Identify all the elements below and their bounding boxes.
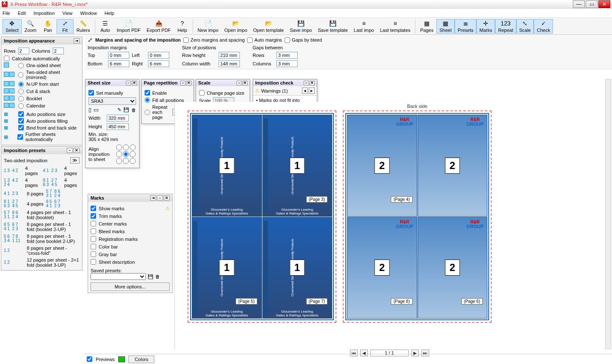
menu-imposition[interactable]: Imposition (34, 11, 55, 16)
menu-help[interactable]: Help (105, 11, 114, 16)
sheet-width-input[interactable] (107, 115, 129, 121)
edit-icon[interactable]: ✎ (117, 107, 121, 113)
mark-3-checkbox[interactable] (91, 229, 96, 234)
preset-item[interactable]: 1 3 4 24 pages4 1 2 34 pages (4, 165, 80, 177)
margin-bottom-input[interactable] (108, 60, 129, 67)
more-options-button[interactable]: More options... (91, 282, 170, 291)
sheet-preset-select[interactable]: SRA3 (88, 97, 136, 105)
back-cell[interactable]: R&RGROUP2(Page 8) (347, 217, 417, 319)
toolbar-check-button[interactable]: ✓Check (534, 19, 553, 34)
vertical-scrollbar[interactable] (605, 79, 611, 349)
sheet-height-input[interactable] (107, 123, 129, 130)
align-bl-radio[interactable] (116, 158, 122, 164)
orientation-portrait-icon[interactable]: ▯ (88, 107, 91, 113)
mode-1-radio[interactable] (18, 72, 23, 78)
back-cell[interactable]: R&RGROUP2 (418, 115, 488, 217)
close-icon[interactable]: ✕ (310, 81, 315, 85)
toolbar-marks-button[interactable]: ✛Marks (476, 19, 495, 34)
front-cell[interactable]: Ornamental Steel Work & Security Product… (262, 217, 333, 319)
mark-6-checkbox[interactable] (91, 251, 96, 257)
nav-prev-button[interactable]: ◂ (302, 87, 308, 94)
margin-right-input[interactable] (148, 60, 169, 67)
front-cell[interactable]: Ornamental Steel Work & Security Product… (192, 217, 262, 319)
toolbar-sheet-button[interactable]: ▦Sheet (436, 19, 455, 34)
back-cell[interactable]: R&RGROUP2(Page 4) (347, 115, 417, 217)
fill-positions-radio[interactable] (145, 97, 150, 103)
toolbar-export-pdf-button[interactable]: 📤Export PDF (144, 19, 174, 34)
zero-margins-checkbox[interactable] (183, 37, 189, 43)
close-icon[interactable]: ✕ (242, 81, 248, 85)
mark-2-checkbox[interactable] (91, 221, 96, 226)
opt-2-checkbox[interactable] (18, 125, 24, 130)
toolbar-presets-button[interactable]: ≣Presets (455, 19, 476, 34)
toolbar-help-button[interactable]: ?Help (174, 19, 191, 34)
delete-icon[interactable]: 🗑 (131, 107, 136, 113)
mode-2-radio[interactable] (18, 82, 24, 87)
minimize-icon[interactable]: – (304, 81, 309, 85)
minimize-icon[interactable]: – (157, 195, 163, 200)
preset-item[interactable]: 1 28 pages per sheet - "cross-fold" (4, 245, 80, 257)
menu-edit[interactable]: Edit (18, 11, 26, 16)
mark-4-checkbox[interactable] (91, 236, 96, 242)
change-page-size-checkbox[interactable] (199, 90, 205, 96)
toolbar-last-impo-button[interactable]: ≡Last impo (351, 19, 377, 34)
rows-input[interactable] (18, 48, 29, 54)
preset-item[interactable]: 8 5 6 7 4 1 2 38 pages per sheet - 1 fol… (4, 221, 80, 233)
opt-0-checkbox[interactable] (18, 111, 24, 117)
row-height-input[interactable] (219, 52, 240, 59)
columns-input[interactable] (53, 48, 64, 54)
toolbar-scale-button[interactable]: ⤡Scale (516, 19, 534, 34)
toolbar-open-impo-button[interactable]: 📂Open impo (222, 19, 250, 34)
save-icon[interactable]: 💾 (123, 107, 129, 113)
toolbar-repeat-button[interactable]: 123Repeat (495, 19, 516, 34)
toolbar-new-impo-button[interactable]: 📄New impo (195, 19, 222, 34)
minimize-icon[interactable]: – (126, 81, 131, 85)
mark-1-checkbox[interactable] (91, 213, 96, 219)
enable-repetition-checkbox[interactable] (145, 90, 150, 96)
toolbar-rulers-button[interactable]: 📏Rulers (74, 19, 93, 34)
maximize-button[interactable]: ▭ (586, 0, 598, 8)
minimize-icon[interactable]: – (236, 81, 242, 85)
set-manually-checkbox[interactable] (88, 90, 94, 96)
mark-7-checkbox[interactable] (91, 259, 96, 265)
mark-5-checkbox[interactable] (91, 244, 96, 249)
align-tr-radio[interactable] (130, 144, 136, 150)
opt-3-checkbox[interactable] (17, 134, 23, 140)
mode-0-radio[interactable] (18, 63, 24, 68)
minimize-icon[interactable]: – (67, 148, 73, 153)
menu-view[interactable]: View (63, 11, 73, 16)
gaps-by-bleed-checkbox[interactable] (285, 37, 290, 43)
menu-file[interactable]: File (3, 11, 10, 16)
gap-rows-input[interactable] (276, 52, 298, 59)
collapse-icon[interactable]: ⇥ (150, 195, 156, 200)
toolbar-zoom-button[interactable]: 🔍Zoom (22, 19, 40, 34)
align-mr-radio[interactable] (130, 151, 136, 157)
align-mc-radio[interactable] (123, 151, 129, 157)
colors-button[interactable]: Colors (128, 356, 155, 363)
opt-1-checkbox[interactable] (18, 118, 24, 124)
front-cell[interactable]: Ornamental Steel Work & Security Product… (192, 115, 262, 217)
toolbar-last-templates-button[interactable]: ≡Last templates (377, 19, 413, 34)
toolbar-save-impo-button[interactable]: 💾Save impo (287, 19, 315, 34)
close-button[interactable]: ✕ (598, 0, 610, 8)
margin-left-input[interactable] (148, 52, 169, 59)
minimize-icon[interactable]: – (180, 81, 185, 85)
close-icon[interactable]: ✕ (74, 148, 80, 153)
toolbar-import-pdf-button[interactable]: 📄Import PDF (114, 19, 144, 34)
gap-columns-input[interactable] (276, 60, 298, 67)
column-width-input[interactable] (219, 60, 240, 67)
toolbar-save-template-button[interactable]: 💾Save template (315, 19, 350, 34)
close-icon[interactable]: ✕ (132, 81, 137, 85)
preset-item[interactable]: 1 212 pages per sheet - 2+1 fold (bookle… (4, 257, 80, 268)
nav-next-button[interactable]: ▸ (309, 87, 315, 94)
save-preset-icon[interactable]: 💾 (148, 274, 154, 279)
menu-window[interactable]: Window (80, 11, 97, 16)
minimize-button[interactable]: — (573, 0, 585, 8)
preset-item[interactable]: 1 3 4 2 2 44 pages8 1 2 7 6 3 4 54 pages (4, 177, 80, 189)
back-cell[interactable]: R&RGROUP2(Page 6) (418, 217, 488, 319)
preset-item[interactable]: 5 6 7 8 3 4 1 118 pages per sheet - 1 fo… (4, 233, 80, 245)
toolbar-pan-button[interactable]: ✋Pan (40, 19, 57, 34)
mode-3-radio[interactable] (18, 89, 24, 94)
align-tc-radio[interactable] (123, 144, 129, 150)
close-icon[interactable]: ✕ (186, 81, 191, 85)
